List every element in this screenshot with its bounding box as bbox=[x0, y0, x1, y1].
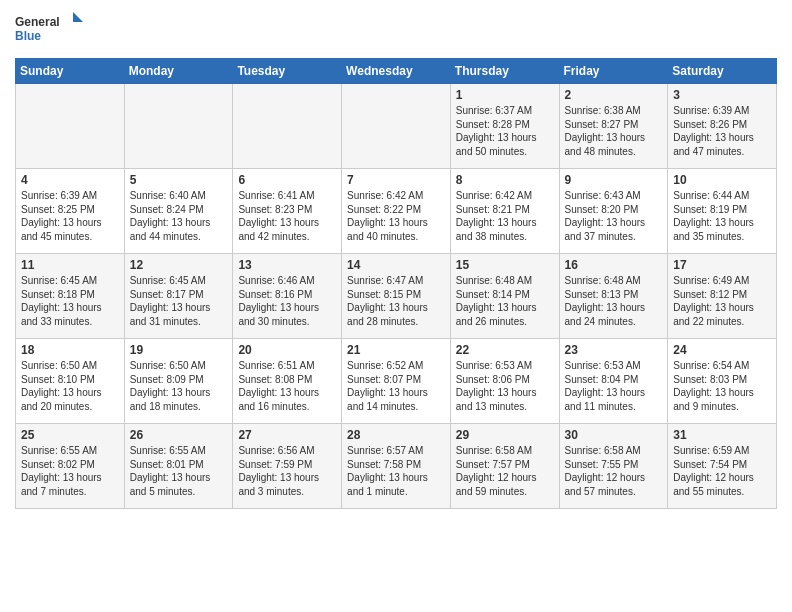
day-info: Sunrise: 6:39 AM Sunset: 8:26 PM Dayligh… bbox=[673, 104, 771, 158]
calendar-week-5: 25Sunrise: 6:55 AM Sunset: 8:02 PM Dayli… bbox=[16, 424, 777, 509]
calendar-cell: 8Sunrise: 6:42 AM Sunset: 8:21 PM Daylig… bbox=[450, 169, 559, 254]
calendar-cell: 11Sunrise: 6:45 AM Sunset: 8:18 PM Dayli… bbox=[16, 254, 125, 339]
day-number: 12 bbox=[130, 258, 228, 272]
calendar-cell: 2Sunrise: 6:38 AM Sunset: 8:27 PM Daylig… bbox=[559, 84, 668, 169]
day-number: 3 bbox=[673, 88, 771, 102]
day-number: 6 bbox=[238, 173, 336, 187]
day-info: Sunrise: 6:41 AM Sunset: 8:23 PM Dayligh… bbox=[238, 189, 336, 243]
header-friday: Friday bbox=[559, 59, 668, 84]
calendar-cell: 24Sunrise: 6:54 AM Sunset: 8:03 PM Dayli… bbox=[668, 339, 777, 424]
calendar-cell: 12Sunrise: 6:45 AM Sunset: 8:17 PM Dayli… bbox=[124, 254, 233, 339]
day-number: 13 bbox=[238, 258, 336, 272]
day-number: 5 bbox=[130, 173, 228, 187]
day-number: 28 bbox=[347, 428, 445, 442]
header-sunday: Sunday bbox=[16, 59, 125, 84]
calendar-cell: 10Sunrise: 6:44 AM Sunset: 8:19 PM Dayli… bbox=[668, 169, 777, 254]
day-info: Sunrise: 6:48 AM Sunset: 8:13 PM Dayligh… bbox=[565, 274, 663, 328]
day-number: 1 bbox=[456, 88, 554, 102]
day-number: 14 bbox=[347, 258, 445, 272]
day-info: Sunrise: 6:54 AM Sunset: 8:03 PM Dayligh… bbox=[673, 359, 771, 413]
calendar-cell: 25Sunrise: 6:55 AM Sunset: 8:02 PM Dayli… bbox=[16, 424, 125, 509]
day-info: Sunrise: 6:56 AM Sunset: 7:59 PM Dayligh… bbox=[238, 444, 336, 498]
svg-text:General: General bbox=[15, 15, 60, 29]
day-number: 19 bbox=[130, 343, 228, 357]
day-info: Sunrise: 6:55 AM Sunset: 8:02 PM Dayligh… bbox=[21, 444, 119, 498]
day-number: 2 bbox=[565, 88, 663, 102]
calendar-cell: 29Sunrise: 6:58 AM Sunset: 7:57 PM Dayli… bbox=[450, 424, 559, 509]
calendar-cell: 14Sunrise: 6:47 AM Sunset: 8:15 PM Dayli… bbox=[342, 254, 451, 339]
day-info: Sunrise: 6:53 AM Sunset: 8:06 PM Dayligh… bbox=[456, 359, 554, 413]
calendar-cell: 9Sunrise: 6:43 AM Sunset: 8:20 PM Daylig… bbox=[559, 169, 668, 254]
svg-text:Blue: Blue bbox=[15, 29, 41, 43]
header: General Blue bbox=[15, 10, 777, 50]
calendar-cell: 21Sunrise: 6:52 AM Sunset: 8:07 PM Dayli… bbox=[342, 339, 451, 424]
day-info: Sunrise: 6:45 AM Sunset: 8:18 PM Dayligh… bbox=[21, 274, 119, 328]
header-saturday: Saturday bbox=[668, 59, 777, 84]
day-info: Sunrise: 6:40 AM Sunset: 8:24 PM Dayligh… bbox=[130, 189, 228, 243]
calendar-cell: 4Sunrise: 6:39 AM Sunset: 8:25 PM Daylig… bbox=[16, 169, 125, 254]
day-info: Sunrise: 6:48 AM Sunset: 8:14 PM Dayligh… bbox=[456, 274, 554, 328]
day-number: 8 bbox=[456, 173, 554, 187]
day-info: Sunrise: 6:45 AM Sunset: 8:17 PM Dayligh… bbox=[130, 274, 228, 328]
calendar-week-2: 4Sunrise: 6:39 AM Sunset: 8:25 PM Daylig… bbox=[16, 169, 777, 254]
calendar-cell: 31Sunrise: 6:59 AM Sunset: 7:54 PM Dayli… bbox=[668, 424, 777, 509]
day-info: Sunrise: 6:59 AM Sunset: 7:54 PM Dayligh… bbox=[673, 444, 771, 498]
header-thursday: Thursday bbox=[450, 59, 559, 84]
day-info: Sunrise: 6:58 AM Sunset: 7:55 PM Dayligh… bbox=[565, 444, 663, 498]
calendar-cell: 28Sunrise: 6:57 AM Sunset: 7:58 PM Dayli… bbox=[342, 424, 451, 509]
day-number: 9 bbox=[565, 173, 663, 187]
day-number: 21 bbox=[347, 343, 445, 357]
day-info: Sunrise: 6:47 AM Sunset: 8:15 PM Dayligh… bbox=[347, 274, 445, 328]
calendar-cell bbox=[342, 84, 451, 169]
calendar-cell: 26Sunrise: 6:55 AM Sunset: 8:01 PM Dayli… bbox=[124, 424, 233, 509]
day-number: 30 bbox=[565, 428, 663, 442]
day-info: Sunrise: 6:43 AM Sunset: 8:20 PM Dayligh… bbox=[565, 189, 663, 243]
calendar-cell: 17Sunrise: 6:49 AM Sunset: 8:12 PM Dayli… bbox=[668, 254, 777, 339]
calendar-cell: 18Sunrise: 6:50 AM Sunset: 8:10 PM Dayli… bbox=[16, 339, 125, 424]
calendar-cell: 16Sunrise: 6:48 AM Sunset: 8:13 PM Dayli… bbox=[559, 254, 668, 339]
calendar-table: SundayMondayTuesdayWednesdayThursdayFrid… bbox=[15, 58, 777, 509]
calendar-cell: 13Sunrise: 6:46 AM Sunset: 8:16 PM Dayli… bbox=[233, 254, 342, 339]
day-info: Sunrise: 6:55 AM Sunset: 8:01 PM Dayligh… bbox=[130, 444, 228, 498]
day-number: 7 bbox=[347, 173, 445, 187]
calendar-cell: 6Sunrise: 6:41 AM Sunset: 8:23 PM Daylig… bbox=[233, 169, 342, 254]
day-info: Sunrise: 6:51 AM Sunset: 8:08 PM Dayligh… bbox=[238, 359, 336, 413]
calendar-cell: 19Sunrise: 6:50 AM Sunset: 8:09 PM Dayli… bbox=[124, 339, 233, 424]
day-number: 24 bbox=[673, 343, 771, 357]
day-info: Sunrise: 6:38 AM Sunset: 8:27 PM Dayligh… bbox=[565, 104, 663, 158]
day-info: Sunrise: 6:50 AM Sunset: 8:10 PM Dayligh… bbox=[21, 359, 119, 413]
day-info: Sunrise: 6:39 AM Sunset: 8:25 PM Dayligh… bbox=[21, 189, 119, 243]
calendar-cell bbox=[124, 84, 233, 169]
day-info: Sunrise: 6:53 AM Sunset: 8:04 PM Dayligh… bbox=[565, 359, 663, 413]
day-info: Sunrise: 6:50 AM Sunset: 8:09 PM Dayligh… bbox=[130, 359, 228, 413]
calendar-cell: 27Sunrise: 6:56 AM Sunset: 7:59 PM Dayli… bbox=[233, 424, 342, 509]
logo: General Blue bbox=[15, 10, 85, 50]
calendar-cell bbox=[16, 84, 125, 169]
calendar-cell: 15Sunrise: 6:48 AM Sunset: 8:14 PM Dayli… bbox=[450, 254, 559, 339]
day-number: 16 bbox=[565, 258, 663, 272]
day-number: 25 bbox=[21, 428, 119, 442]
day-number: 17 bbox=[673, 258, 771, 272]
day-info: Sunrise: 6:42 AM Sunset: 8:22 PM Dayligh… bbox=[347, 189, 445, 243]
logo-svg: General Blue bbox=[15, 10, 85, 50]
calendar-week-4: 18Sunrise: 6:50 AM Sunset: 8:10 PM Dayli… bbox=[16, 339, 777, 424]
calendar-cell: 22Sunrise: 6:53 AM Sunset: 8:06 PM Dayli… bbox=[450, 339, 559, 424]
day-number: 29 bbox=[456, 428, 554, 442]
day-number: 10 bbox=[673, 173, 771, 187]
calendar-week-3: 11Sunrise: 6:45 AM Sunset: 8:18 PM Dayli… bbox=[16, 254, 777, 339]
svg-marker-2 bbox=[73, 12, 83, 22]
day-number: 23 bbox=[565, 343, 663, 357]
day-number: 27 bbox=[238, 428, 336, 442]
day-info: Sunrise: 6:52 AM Sunset: 8:07 PM Dayligh… bbox=[347, 359, 445, 413]
day-info: Sunrise: 6:49 AM Sunset: 8:12 PM Dayligh… bbox=[673, 274, 771, 328]
calendar-cell: 30Sunrise: 6:58 AM Sunset: 7:55 PM Dayli… bbox=[559, 424, 668, 509]
day-number: 18 bbox=[21, 343, 119, 357]
calendar-cell: 7Sunrise: 6:42 AM Sunset: 8:22 PM Daylig… bbox=[342, 169, 451, 254]
day-number: 15 bbox=[456, 258, 554, 272]
day-number: 26 bbox=[130, 428, 228, 442]
calendar-week-1: 1Sunrise: 6:37 AM Sunset: 8:28 PM Daylig… bbox=[16, 84, 777, 169]
calendar-header-row: SundayMondayTuesdayWednesdayThursdayFrid… bbox=[16, 59, 777, 84]
calendar-cell: 5Sunrise: 6:40 AM Sunset: 8:24 PM Daylig… bbox=[124, 169, 233, 254]
day-number: 20 bbox=[238, 343, 336, 357]
day-info: Sunrise: 6:57 AM Sunset: 7:58 PM Dayligh… bbox=[347, 444, 445, 498]
